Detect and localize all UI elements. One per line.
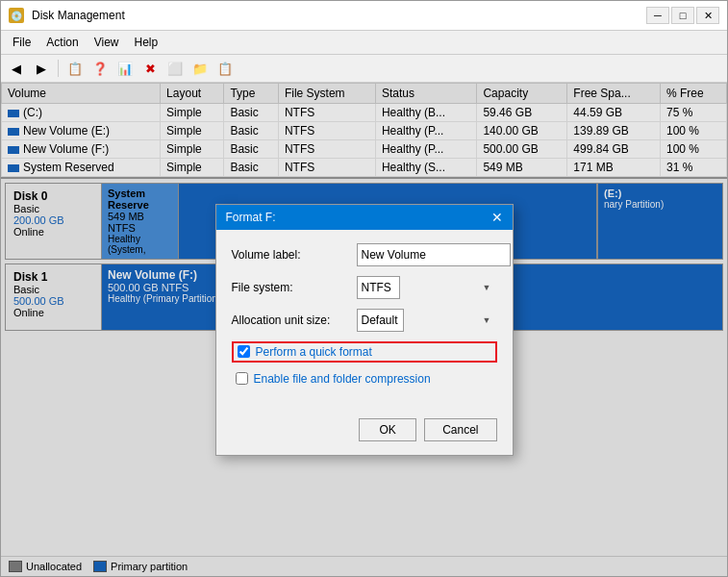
- disk-view-button[interactable]: 📊: [113, 58, 137, 79]
- app-icon: 💿: [9, 8, 24, 23]
- dialog-title-text: Format F:: [226, 211, 276, 224]
- menu-view[interactable]: View: [87, 33, 127, 52]
- dialog-body: Volume label: File system: NTFS FAT32 ex…: [216, 230, 513, 409]
- toolbar: ◀ ▶ 📋 ❓ 📊 ✖ ⬜ 📁 📋: [1, 55, 727, 83]
- main-window: 💿 Disk Management ─ □ ✕ File Action View…: [0, 0, 728, 577]
- new-button[interactable]: ⬜: [163, 58, 187, 79]
- alloc-unit-select[interactable]: Default 512 1024 2048 4096: [357, 309, 404, 332]
- menu-file[interactable]: File: [5, 33, 38, 52]
- menu-action[interactable]: Action: [38, 33, 86, 52]
- menu-bar: File Action View Help: [1, 31, 727, 55]
- main-content: Volume Layout Type File System Status Ca…: [1, 83, 727, 576]
- folder-button[interactable]: 📁: [188, 58, 212, 79]
- dialog-overlay: Format F: ✕ Volume label: File system:: [1, 83, 727, 576]
- back-button[interactable]: ◀: [5, 58, 28, 79]
- dialog-footer: OK Cancel: [216, 409, 513, 455]
- dialog-close-button[interactable]: ✕: [491, 211, 503, 224]
- close-button[interactable]: ✕: [696, 7, 719, 24]
- quick-format-row: Perform a quick format: [232, 341, 497, 363]
- volume-label-row: Volume label:: [232, 243, 497, 266]
- quick-format-checkbox[interactable]: [238, 345, 250, 358]
- format-dialog: Format F: ✕ Volume label: File system:: [215, 204, 514, 456]
- copy-button[interactable]: 📋: [213, 58, 237, 79]
- file-system-row: File system: NTFS FAT32 exFAT: [232, 276, 497, 299]
- maximize-button[interactable]: □: [671, 7, 694, 24]
- quick-format-label[interactable]: Perform a quick format: [256, 345, 372, 359]
- file-system-text: File system:: [232, 281, 357, 294]
- compress-checkbox[interactable]: [236, 372, 248, 385]
- properties-button[interactable]: 📋: [63, 58, 87, 79]
- alloc-unit-select-wrapper: Default 512 1024 2048 4096: [357, 309, 497, 332]
- toolbar-separator-1: [58, 60, 59, 77]
- compress-row: Enable file and folder compression: [232, 370, 497, 388]
- file-system-select[interactable]: NTFS FAT32 exFAT: [357, 276, 400, 299]
- title-bar: 💿 Disk Management ─ □ ✕: [1, 1, 727, 31]
- file-system-select-wrapper: NTFS FAT32 exFAT: [357, 276, 497, 299]
- help-button[interactable]: ❓: [88, 58, 112, 79]
- volume-label-text: Volume label:: [232, 248, 357, 262]
- minimize-button[interactable]: ─: [646, 7, 669, 24]
- window-controls: ─ □ ✕: [646, 7, 719, 24]
- menu-help[interactable]: Help: [127, 33, 166, 52]
- cancel-button[interactable]: Cancel: [424, 418, 496, 441]
- alloc-unit-row: Allocation unit size: Default 512 1024 2…: [232, 309, 497, 332]
- delete-button[interactable]: ✖: [138, 58, 162, 79]
- ok-button[interactable]: OK: [359, 418, 416, 441]
- compress-label[interactable]: Enable file and folder compression: [254, 372, 431, 386]
- dialog-title-bar: Format F: ✕: [216, 205, 513, 230]
- volume-label-input[interactable]: [357, 243, 511, 266]
- alloc-unit-text: Allocation unit size:: [232, 314, 357, 327]
- forward-button[interactable]: ▶: [30, 58, 53, 79]
- window-title: Disk Management: [32, 9, 639, 22]
